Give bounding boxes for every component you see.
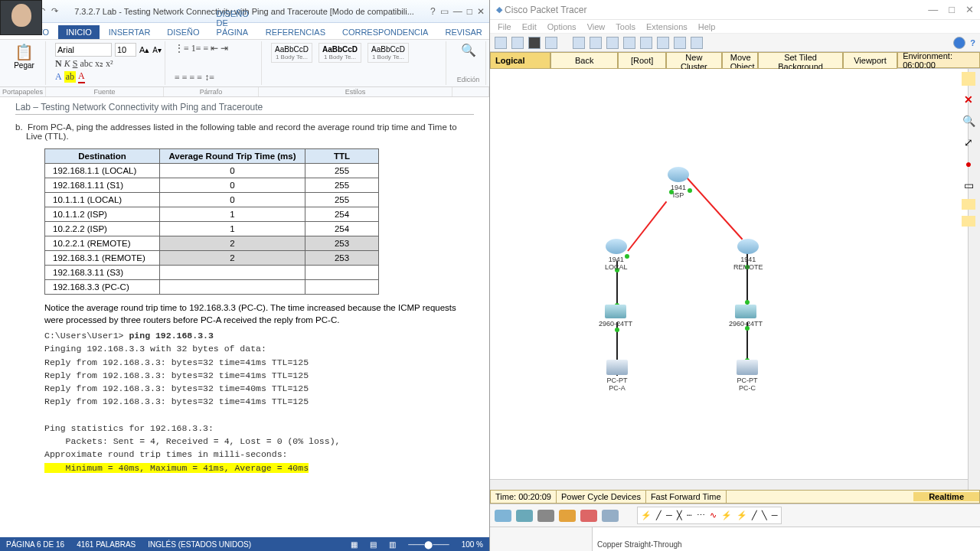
- conn-custom-icon[interactable]: ─: [772, 510, 778, 520]
- pt-close-icon[interactable]: ✕: [965, 4, 974, 15]
- pt-menu-extensions[interactable]: Extensions: [646, 22, 688, 31]
- envelope-closed-icon[interactable]: [962, 216, 975, 227]
- power-cycle-button[interactable]: Power Cycle Devices: [557, 491, 646, 503]
- new-cluster-button[interactable]: New Cluster: [666, 52, 722, 69]
- draw-icon[interactable]: [691, 37, 703, 49]
- simple-pdu-icon[interactable]: ●: [961, 156, 976, 171]
- bullets-icon[interactable]: ⋮≡: [175, 43, 189, 54]
- find-icon[interactable]: 🔍: [456, 43, 481, 57]
- multilevel-icon[interactable]: ≡: [204, 43, 209, 54]
- conn-auto-icon[interactable]: ⚡: [641, 510, 652, 520]
- dev-switches-icon[interactable]: [516, 510, 533, 522]
- redo-icon[interactable]: ↷: [51, 6, 58, 16]
- superscript-button[interactable]: x²: [106, 58, 113, 70]
- paste-pt-icon[interactable]: [590, 37, 602, 49]
- move-object-button[interactable]: Move Object: [722, 52, 758, 69]
- view-print-icon[interactable]: ▤: [370, 540, 377, 549]
- device-switch-2[interactable]: 2960-24TT: [729, 305, 763, 328]
- ribbon-collapse-icon[interactable]: ▭: [440, 6, 449, 17]
- conn-fiber-icon[interactable]: ┄: [687, 510, 692, 520]
- strike-button[interactable]: abc: [80, 58, 93, 70]
- conn-serial-dce-icon[interactable]: ⚡: [721, 510, 732, 520]
- save-file-icon[interactable]: [528, 37, 541, 49]
- ribbon-tab-referencias[interactable]: REFERENCIAS: [258, 25, 333, 39]
- numbering-icon[interactable]: 1≡: [191, 43, 201, 54]
- envelope-open-icon[interactable]: [962, 199, 975, 210]
- new-icon[interactable]: [495, 37, 507, 49]
- zoom-in-icon[interactable]: [640, 37, 652, 49]
- ribbon-tab-inicio[interactable]: INICIO: [58, 25, 100, 39]
- delete-tool-icon[interactable]: ✕: [961, 92, 976, 107]
- dev-hubs-icon[interactable]: [537, 510, 554, 522]
- document-area[interactable]: Lab – Testing Network Connectivity with …: [0, 97, 489, 537]
- pt-menu-tools[interactable]: Tools: [616, 22, 635, 31]
- device-pc-a[interactable]: PC-PTPC-A: [606, 360, 628, 392]
- info-icon[interactable]: [953, 37, 965, 49]
- conn-straight-icon[interactable]: ─: [666, 510, 672, 520]
- conn-coax-icon[interactable]: ∿: [710, 510, 717, 520]
- shrink-font-icon[interactable]: A▾: [152, 46, 162, 54]
- bold-button[interactable]: N: [55, 58, 62, 70]
- drawing-tool-icon[interactable]: ▭: [961, 178, 976, 193]
- zoom-slider[interactable]: ───⬤───: [408, 540, 449, 549]
- zoom-reset-icon[interactable]: [657, 37, 669, 49]
- font-size-input[interactable]: [115, 43, 136, 57]
- font-color-icon[interactable]: A: [78, 70, 85, 83]
- align-left-icon[interactable]: ≡: [175, 72, 180, 83]
- help-pt-icon[interactable]: ?: [970, 38, 975, 47]
- pt-menu-help[interactable]: Help: [698, 22, 716, 31]
- align-center-icon[interactable]: ≡: [182, 72, 188, 83]
- tiled-bg-button[interactable]: Set Tiled Background: [758, 52, 843, 69]
- open-icon[interactable]: [511, 37, 524, 49]
- redo-pt-icon[interactable]: [623, 37, 635, 49]
- status-words[interactable]: 4161 PALABRAS: [77, 540, 136, 549]
- viewport-button[interactable]: Viewport: [843, 52, 897, 69]
- topology-canvas[interactable]: 1941ISP 1941LOCAL 1941REMOTE 2960-24TT 2…: [490, 69, 980, 490]
- logical-button[interactable]: Logical: [490, 52, 550, 69]
- underline-button[interactable]: S: [73, 58, 78, 70]
- paste-icon[interactable]: 📋: [8, 43, 41, 61]
- conn-usb-icon[interactable]: ╲: [762, 510, 767, 520]
- device-type-selector[interactable]: [490, 527, 593, 551]
- device-remote[interactable]: 1941REMOTE: [733, 239, 763, 271]
- pt-minimize-icon[interactable]: —: [928, 4, 938, 15]
- paste-button[interactable]: Pegar: [8, 61, 41, 70]
- fast-forward-button[interactable]: Fast Forward Time: [646, 491, 727, 503]
- view-web-icon[interactable]: ▥: [389, 540, 396, 549]
- maximize-icon[interactable]: □: [467, 6, 472, 17]
- root-button[interactable]: [Root]: [618, 52, 666, 69]
- close-icon[interactable]: ✕: [477, 6, 485, 17]
- copy-icon[interactable]: [573, 37, 585, 49]
- device-switch-1[interactable]: 2960-24TT: [599, 305, 632, 328]
- minimize-icon[interactable]: —: [453, 6, 462, 17]
- note-tool-icon[interactable]: [962, 72, 975, 86]
- line-spacing-icon[interactable]: ↕≡: [204, 72, 214, 83]
- italic-button[interactable]: K: [64, 58, 70, 70]
- view-read-icon[interactable]: ▦: [351, 540, 358, 549]
- zoom-out-icon[interactable]: [674, 37, 686, 49]
- status-zoom[interactable]: 100 %: [462, 540, 483, 549]
- device-isp[interactable]: 1941ISP: [668, 167, 689, 199]
- align-right-icon[interactable]: ≡: [190, 72, 195, 83]
- pt-menu-file[interactable]: File: [498, 22, 511, 31]
- dev-end-icon[interactable]: [602, 510, 619, 522]
- pt-menu-view[interactable]: View: [587, 22, 606, 31]
- grow-font-icon[interactable]: A▴: [139, 45, 149, 55]
- style-option-2[interactable]: AaBbCcD1 Body Te...: [368, 43, 409, 63]
- justify-icon[interactable]: ≡: [197, 72, 202, 83]
- device-local[interactable]: 1941LOCAL: [605, 239, 628, 271]
- ribbon-tab-revisar[interactable]: REVISAR: [437, 25, 489, 39]
- help-icon[interactable]: ?: [430, 6, 436, 17]
- conn-cross-icon[interactable]: ╳: [677, 510, 682, 520]
- realtime-button[interactable]: Realtime: [913, 492, 979, 501]
- style-option-1[interactable]: AaBbCcD1 Body Te...: [318, 43, 361, 63]
- back-button[interactable]: Back: [550, 52, 618, 69]
- highlight-icon[interactable]: ab: [64, 71, 76, 83]
- style-option-0[interactable]: AaBbCcD1 Body Te...: [271, 43, 312, 63]
- ribbon-tab-insertar[interactable]: INSERTAR: [101, 25, 158, 39]
- status-lang[interactable]: INGLÉS (ESTADOS UNIDOS): [148, 540, 251, 549]
- resize-tool-icon[interactable]: ⤢: [961, 135, 976, 150]
- undo-pt-icon[interactable]: [606, 37, 619, 49]
- device-pc-c[interactable]: PC-PTPC-C: [737, 360, 758, 392]
- conn-octal-icon[interactable]: ╱: [752, 510, 757, 520]
